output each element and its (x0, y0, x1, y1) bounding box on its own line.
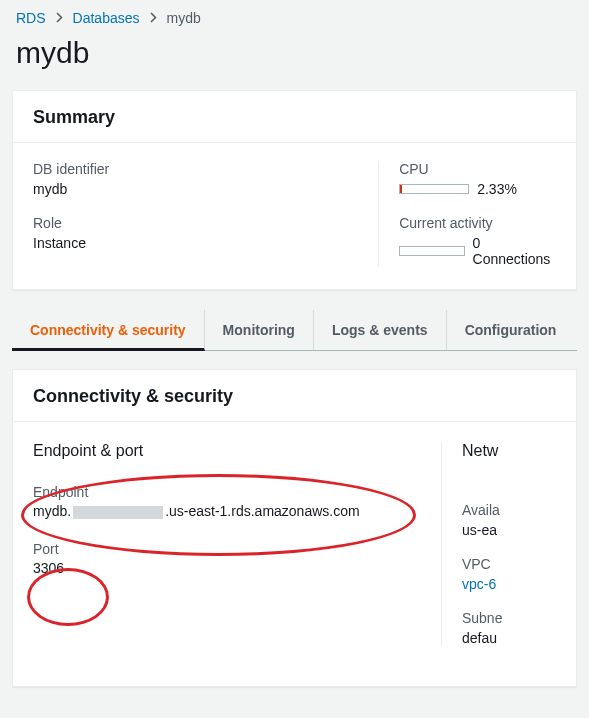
subnet-label: Subne (462, 610, 556, 626)
cpu-label: CPU (399, 161, 556, 177)
breadcrumb-current: mydb (167, 10, 201, 26)
summary-panel: Summary DB identifier mydb Role Instance… (12, 90, 577, 290)
tab-monitoring[interactable]: Monitoring (205, 310, 314, 350)
endpoint-label: Endpoint (33, 484, 421, 500)
availability-label: Availa (462, 502, 556, 518)
tab-configuration[interactable]: Configuration (447, 310, 575, 350)
endpoint-value: mydb..us-east-1.rds.amazonaws.com (33, 503, 421, 519)
endpoint-port-heading: Endpoint & port (33, 442, 421, 460)
db-identifier-label: DB identifier (33, 161, 378, 177)
endpoint-suffix: .us-east-1.rds.amazonaws.com (165, 503, 360, 519)
activity-bar (399, 246, 464, 256)
redacted-segment (73, 506, 163, 519)
breadcrumb-databases[interactable]: Databases (73, 10, 140, 26)
port-label: Port (33, 541, 421, 557)
activity-value: 0 Connections (473, 235, 556, 267)
role-value: Instance (33, 235, 378, 251)
breadcrumb-rds[interactable]: RDS (16, 10, 46, 26)
port-value: 3306 (33, 560, 421, 576)
summary-heading: Summary (13, 91, 576, 143)
chevron-right-icon (56, 10, 63, 26)
vpc-value[interactable]: vpc-6 (462, 576, 556, 592)
db-identifier-value: mydb (33, 181, 378, 197)
connectivity-security-heading: Connectivity & security (13, 370, 576, 422)
page-title: mydb (0, 30, 589, 90)
vpc-label: VPC (462, 556, 556, 572)
tab-connectivity-security[interactable]: Connectivity & security (12, 310, 205, 351)
cpu-value: 2.33% (477, 181, 517, 197)
role-label: Role (33, 215, 378, 231)
breadcrumb: RDS Databases mydb (0, 0, 589, 30)
activity-label: Current activity (399, 215, 556, 231)
chevron-right-icon (150, 10, 157, 26)
subnet-value: defau (462, 630, 556, 646)
cpu-bar (399, 184, 469, 194)
tab-logs-events[interactable]: Logs & events (314, 310, 447, 350)
annotation-ellipse-port (27, 568, 109, 626)
networking-heading: Netw (462, 442, 556, 460)
connectivity-security-panel: Connectivity & security Endpoint & port … (12, 369, 577, 687)
availability-value: us-ea (462, 522, 556, 538)
endpoint-prefix: mydb. (33, 503, 71, 519)
tab-bar: Connectivity & security Monitoring Logs … (12, 310, 577, 351)
